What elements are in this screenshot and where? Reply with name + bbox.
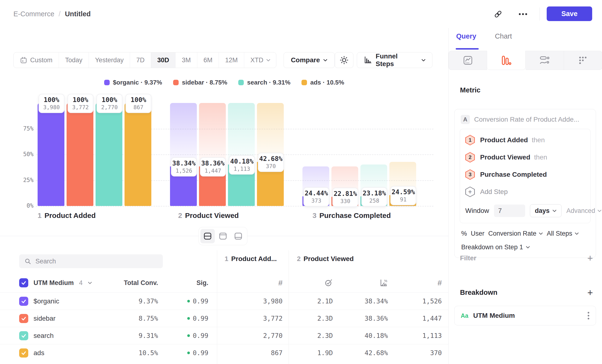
column-header-conversion[interactable]: % [340, 275, 388, 290]
column-header-step2-count[interactable]: # [394, 275, 442, 290]
funnel-bar-ads-step1[interactable] [125, 103, 151, 206]
bar-conversion-pct: 23.18% [362, 189, 387, 197]
metric-series-row[interactable]: A Conversion Rate of Product Adde... [461, 115, 590, 124]
cell-total-conv: 8.75% [110, 310, 158, 327]
query-panel: Query Chart [448, 28, 602, 364]
bar-conversion-pct: 100% [39, 96, 64, 104]
table-row-organic[interactable]: $organic9.37%0.993,9802.1D38.34%1,526 [0, 292, 448, 310]
breakdown-on-step-dropdown[interactable]: Breakdown on Step 1 [461, 244, 589, 251]
breakdown-on-label: Breakdown on Step 1 [461, 244, 523, 251]
metric-label: Conversion Rate [488, 230, 536, 237]
app-header: E-Commerce / Untitled Save [0, 0, 602, 28]
query-step-2[interactable]: 2Product Viewedthen [460, 149, 590, 166]
breakdown-item[interactable]: Aa UTM Medium [454, 306, 596, 325]
series-letter-badge: A [461, 115, 470, 124]
step-number: 1 [38, 212, 42, 220]
table-group-header-step1: 1 Product Add... [225, 255, 277, 263]
funnel-step-label: 1Product Added [38, 212, 96, 220]
more-options-button[interactable] [518, 0, 527, 28]
query-step-3[interactable]: 3Purchase Completed [460, 166, 590, 183]
row-checkbox[interactable] [19, 314, 28, 323]
cell-step2-count: 1,113 [394, 327, 442, 344]
window-unit-dropdown[interactable]: days [530, 204, 562, 217]
cell-step1-count: 2,770 [230, 327, 283, 344]
report-type-insights[interactable] [449, 51, 487, 70]
funnel-bar-sidebar-step1[interactable] [66, 103, 93, 206]
share-link-button[interactable] [494, 0, 502, 28]
tab-query[interactable]: Query [456, 32, 476, 40]
breakdown-property-label[interactable]: UTM Medium [33, 279, 74, 287]
breadcrumb-page-title[interactable]: Untitled [65, 10, 91, 18]
row-label-cell: $organic [19, 293, 59, 310]
bar-count: 373 [304, 197, 329, 204]
step-name: Product Viewed [185, 212, 239, 220]
cell-conversion: 42.68% [340, 344, 388, 361]
table-group-header-step2: 2 Product Viewed [297, 255, 354, 263]
app: E-Commerce / Untitled Save CustomTodayYe… [0, 0, 602, 364]
funnel-bar-organic-step1[interactable] [38, 103, 64, 206]
retention-dots-icon [578, 55, 588, 65]
report-canvas: CustomTodayYesterday7D30D3M6M12MXTD Comp… [0, 28, 448, 364]
step-name: Product Added [44, 212, 96, 220]
measure-row: % User Conversion Rate All Steps [461, 230, 589, 237]
breadcrumb: E-Commerce / Untitled [13, 0, 91, 28]
bar-count: 258 [362, 197, 387, 204]
table-row-sidebar[interactable]: sidebar8.75%0.993,7722.3D38.36%1,447 [0, 310, 448, 327]
split-view-toggle[interactable] [200, 229, 215, 243]
table-row-ads[interactable]: ads10.5%0.998671.9D42.68%370 [0, 344, 448, 361]
conversion-window-row: Window days Advanced [460, 200, 590, 218]
column-header-step1-count[interactable]: # [230, 275, 283, 290]
add-filter-button[interactable]: + [587, 255, 593, 262]
add-step-button[interactable]: + Add Step [460, 183, 590, 200]
row-checkbox[interactable] [19, 348, 28, 358]
add-breakdown-button[interactable]: + [587, 289, 593, 296]
active-tab-underline [456, 48, 479, 50]
report-type-funnel[interactable] [487, 51, 525, 70]
table-bottom-view-toggle[interactable] [231, 229, 246, 243]
row-name: sidebar [33, 315, 55, 322]
cell-sig: 0.99 [161, 293, 208, 310]
cell-conversion: 38.34% [340, 293, 388, 310]
window-unit-label: days [535, 207, 550, 214]
cell-conversion: 38.36% [340, 310, 388, 327]
breakdown-count: 4 [79, 279, 83, 287]
chevron-down-icon[interactable] [88, 282, 92, 284]
row-checkbox[interactable] [19, 331, 28, 340]
bar-count: 330 [333, 198, 358, 204]
column-header-time-to-convert[interactable] [285, 275, 333, 290]
table-top-view-toggle[interactable] [216, 229, 230, 243]
bar-conversion-pct: 100% [97, 96, 122, 104]
table-row-search[interactable]: search9.31%0.992,7702.3D40.18%1,113 [0, 327, 448, 344]
report-type-retention[interactable] [564, 51, 602, 70]
tab-chart[interactable]: Chart [495, 32, 512, 40]
sig-dot [187, 317, 190, 320]
column-header-total-conv[interactable]: Total Conv. [110, 275, 158, 290]
row-checkbox[interactable] [19, 297, 28, 306]
cell-total-conv: 9.37% [110, 293, 158, 310]
measure-metric-dropdown[interactable]: Conversion Rate [488, 230, 543, 237]
row-label-cell: ads [19, 344, 44, 361]
step-suffix: then [532, 136, 545, 144]
query-step-1[interactable]: 1Product Addedthen [460, 131, 590, 149]
advanced-dropdown[interactable]: Advanced [566, 207, 602, 214]
kebab-menu-icon[interactable] [587, 311, 590, 320]
bar-value-label: 100%867 [126, 94, 151, 113]
select-all-checkbox[interactable] [19, 278, 28, 287]
entity-label[interactable]: User [471, 230, 484, 237]
funnel-bar-search-step1[interactable] [96, 103, 122, 206]
cell-time-to-convert: 2.1D [285, 293, 333, 310]
window-value-input[interactable] [494, 204, 525, 217]
report-type-flows[interactable] [526, 51, 564, 70]
bar-value-label: 42.68%370 [258, 153, 284, 172]
string-type-icon: Aa [461, 312, 468, 319]
cell-conversion: 40.18% [340, 327, 388, 344]
save-button[interactable]: Save [547, 6, 592, 21]
column-header-sig[interactable]: Sig. [161, 275, 208, 290]
percent-symbol: % [461, 230, 467, 237]
table-search [19, 254, 163, 268]
measure-scope-dropdown[interactable]: All Steps [547, 230, 579, 237]
funnel-ghost-bar [199, 103, 226, 166]
breadcrumb-section[interactable]: E-Commerce [13, 10, 54, 18]
y-axis-tick: 25% [10, 177, 33, 183]
search-input[interactable] [35, 257, 158, 265]
